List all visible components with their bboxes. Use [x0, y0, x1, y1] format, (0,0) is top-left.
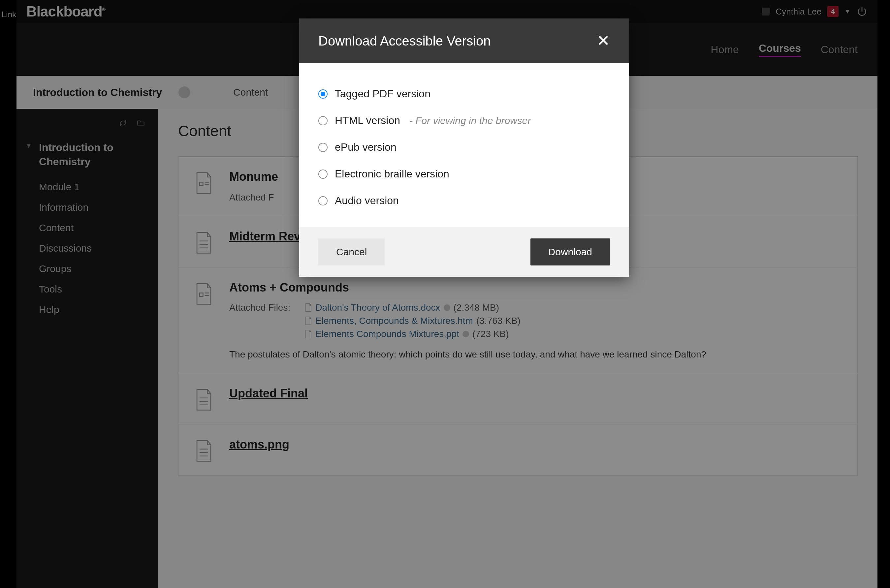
modal-footer: Cancel Download — [299, 227, 629, 277]
download-modal: Download Accessible Version ✕ Tagged PDF… — [299, 18, 629, 277]
download-button[interactable]: Download — [530, 238, 610, 266]
radio-option-braille[interactable]: Electronic braille version — [318, 160, 610, 188]
radio-label: HTML version — [335, 114, 400, 127]
radio-option-tagged-pdf[interactable]: Tagged PDF version — [318, 81, 610, 107]
radio-label: Audio version — [335, 195, 399, 207]
modal-body: Tagged PDF version HTML version - For vi… — [299, 63, 629, 227]
radio-icon[interactable] — [318, 116, 327, 125]
radio-label: ePub version — [335, 141, 396, 153]
modal-header: Download Accessible Version ✕ — [299, 18, 629, 63]
radio-option-html[interactable]: HTML version - For viewing in the browse… — [318, 107, 610, 134]
radio-icon[interactable] — [318, 89, 327, 99]
radio-icon[interactable] — [318, 170, 327, 179]
radio-label: Electronic braille version — [335, 168, 449, 180]
radio-hint: - For viewing in the browser — [410, 115, 531, 126]
radio-option-epub[interactable]: ePub version — [318, 134, 610, 160]
cancel-button[interactable]: Cancel — [318, 238, 385, 266]
radio-icon[interactable] — [318, 196, 327, 206]
close-icon[interactable]: ✕ — [597, 33, 610, 49]
app-root: Blackboard® Cynthia Lee 4 ▼ Home Courses… — [17, 0, 878, 588]
radio-option-audio[interactable]: Audio version — [318, 188, 610, 214]
radio-icon[interactable] — [318, 143, 327, 152]
radio-label: Tagged PDF version — [335, 88, 431, 100]
modal-title: Download Accessible Version — [318, 34, 491, 48]
